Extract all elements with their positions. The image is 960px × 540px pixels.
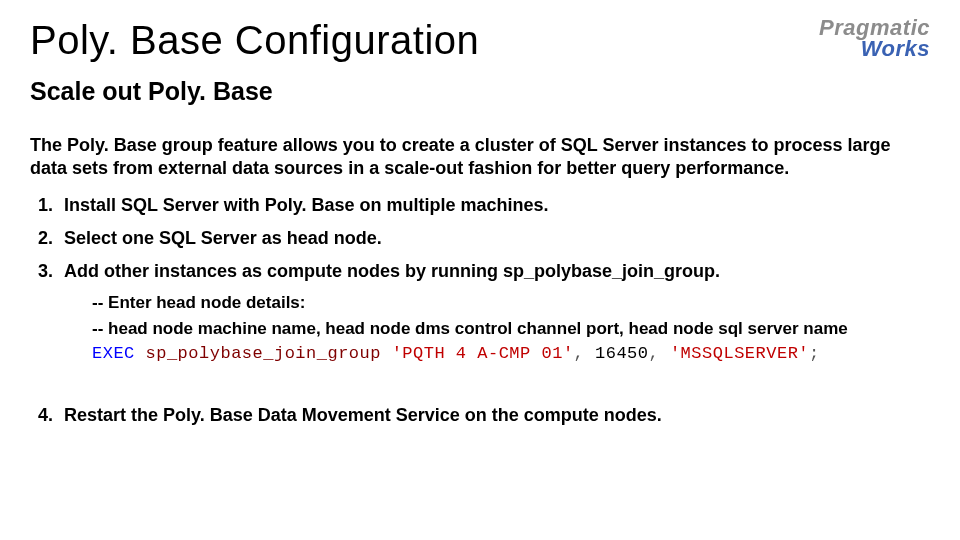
slide-subtitle: Scale out Poly. Base [30, 77, 930, 106]
step-4: Restart the Poly. Base Data Movement Ser… [58, 399, 930, 432]
slide-title: Poly. Base Configuration [30, 18, 930, 63]
steps-list: Install SQL Server with Poly. Base on mu… [30, 189, 930, 432]
slide: Pragmatic Works Poly. Base Configuration… [0, 0, 960, 540]
step-3: Add other instances as compute nodes by … [58, 255, 930, 373]
sql-keyword: EXEC [92, 344, 135, 363]
logo-line-2: Works [819, 39, 930, 60]
code-block: -- Enter head node details: -- head node… [92, 290, 930, 367]
sql-arg2: 16450 [595, 344, 649, 363]
step-1: Install SQL Server with Poly. Base on mu… [58, 189, 930, 222]
intro-paragraph: The Poly. Base group feature allows you … [30, 134, 930, 179]
sql-arg3: 'MSSQLSERVER' [670, 344, 809, 363]
code-exec-line: EXEC sp_polybase_join_group 'PQTH 4 A-CM… [92, 341, 930, 367]
code-comment-1: -- Enter head node details: [92, 290, 930, 316]
step-3-text: Add other instances as compute nodes by … [64, 261, 720, 281]
step-2: Select one SQL Server as head node. [58, 222, 930, 255]
sql-proc: sp_polybase_join_group [146, 344, 381, 363]
sql-arg1: 'PQTH 4 A-CMP 01' [392, 344, 574, 363]
code-comment-2: -- head node machine name, head node dms… [92, 316, 930, 342]
brand-logo: Pragmatic Works [819, 18, 930, 60]
